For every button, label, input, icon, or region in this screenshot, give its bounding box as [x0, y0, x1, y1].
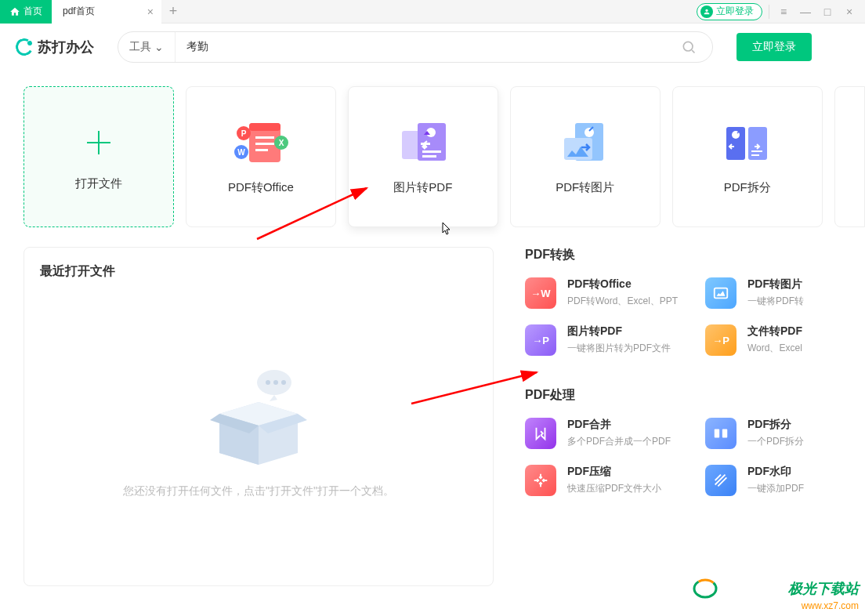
- item-title: PDF转图片: [747, 277, 804, 292]
- maximize-icon[interactable]: □: [820, 4, 835, 20]
- search-button[interactable]: [665, 31, 712, 63]
- svg-line-35: [718, 477, 726, 486]
- cursor-pointer-icon: [439, 222, 453, 239]
- card-label: PDF拆分: [724, 180, 771, 195]
- merge-icon: [525, 418, 556, 449]
- close-window-icon[interactable]: ×: [841, 4, 857, 20]
- pdf-split-card[interactable]: PDF拆分: [672, 86, 823, 227]
- svg-point-29: [273, 380, 278, 385]
- svg-text:W: W: [237, 148, 245, 157]
- search-icon: [681, 39, 697, 55]
- item-desc: 一键添加PDF: [747, 482, 804, 495]
- svg-rect-6: [255, 149, 268, 151]
- close-icon[interactable]: ×: [147, 5, 154, 18]
- item-desc: Word、Excel: [747, 342, 802, 355]
- item-title: PDF拆分: [747, 418, 804, 432]
- recent-files-panel: 最近打开文件 您还没有打开任何文件，点击"打开文件"打开一个文档。: [24, 247, 494, 586]
- svg-point-30: [281, 380, 286, 385]
- svg-rect-18: [422, 155, 436, 158]
- pdf-img-icon: [558, 119, 613, 166]
- login-button[interactable]: 立即登录: [737, 33, 812, 61]
- svg-line-1: [692, 50, 694, 53]
- section-process-title: PDF处理: [525, 387, 865, 404]
- svg-rect-3: [249, 123, 280, 131]
- item-title: PDF水印: [747, 465, 804, 479]
- home-tab-label: 首页: [24, 5, 42, 18]
- watermark-url: www.xz7.com: [691, 600, 859, 611]
- minimize-icon[interactable]: —: [798, 4, 813, 20]
- svg-text:X: X: [279, 139, 284, 147]
- watermark-name: 极光下载站: [788, 581, 859, 596]
- empty-box-icon: [196, 359, 321, 469]
- img-pdf-icon: [396, 119, 451, 166]
- card-label: 打开文件: [75, 176, 122, 191]
- card-label: 图片转PDF: [393, 180, 452, 195]
- item-pdf-watermark[interactable]: PDF水印一键添加PDF: [705, 465, 854, 496]
- compress-icon: [525, 465, 556, 496]
- item-desc: 快速压缩PDF文件大小: [567, 482, 661, 495]
- card-label: PDF转图片: [556, 180, 614, 195]
- item-pdf-split[interactable]: PDF拆分一个PDF拆分: [705, 418, 854, 449]
- item-title: PDF压缩: [567, 465, 661, 479]
- next-card-partial[interactable]: [834, 86, 865, 227]
- svg-rect-5: [255, 143, 274, 145]
- app-logo: 苏打办公: [16, 38, 94, 56]
- item-file-to-pdf[interactable]: →P 文件转PDFWord、Excel: [705, 324, 854, 356]
- login-pill[interactable]: 立即登录: [697, 3, 762, 20]
- item-title: PDF转Office: [567, 277, 678, 292]
- login-pill-label: 立即登录: [716, 5, 754, 18]
- item-pdf-to-image[interactable]: PDF转图片一键将PDF转: [705, 277, 854, 309]
- pdf-office-icon: P W X: [233, 119, 288, 166]
- add-tab-button[interactable]: +: [161, 0, 185, 24]
- annotation-arrow-2: [407, 337, 548, 408]
- svg-line-37: [257, 188, 367, 239]
- word-icon: →W: [525, 277, 556, 309]
- search-input[interactable]: [176, 41, 665, 53]
- item-desc: PDF转Word、Excel、PPT: [567, 295, 678, 308]
- pdf-to-image-card[interactable]: PDF转图片: [510, 86, 661, 227]
- home-icon: [9, 6, 20, 17]
- home-tab[interactable]: 首页: [0, 0, 52, 24]
- empty-text: 您还没有打开任何文件，点击"打开文件"打开一个文档。: [123, 484, 394, 498]
- item-title: PDF合并: [567, 418, 671, 432]
- open-file-card[interactable]: 打开文件: [24, 86, 174, 227]
- item-pdf-to-office[interactable]: →W PDF转OfficePDF转Word、Excel、PPT: [525, 277, 674, 309]
- item-pdf-merge[interactable]: PDF合并多个PDF合并成一个PDF: [525, 418, 674, 449]
- plus-icon: [79, 123, 118, 162]
- section-convert-title: PDF转换: [525, 247, 865, 263]
- svg-point-0: [683, 42, 693, 51]
- svg-rect-26: [751, 154, 759, 156]
- logo-icon: [14, 37, 35, 58]
- svg-text:P: P: [241, 129, 247, 138]
- recent-title: 最近打开文件: [40, 263, 477, 280]
- tool-selector[interactable]: 工具 ⌄: [118, 32, 176, 62]
- item-desc: 多个PDF合并成一个PDF: [567, 435, 671, 448]
- svg-line-38: [411, 372, 537, 404]
- watermark-icon: [705, 465, 737, 496]
- tab-pdf-home[interactable]: pdf首页 ×: [52, 0, 161, 24]
- svg-point-28: [266, 380, 270, 385]
- svg-rect-17: [422, 150, 441, 153]
- svg-rect-32: [715, 429, 719, 438]
- item-title: 图片转PDF: [567, 324, 671, 339]
- svg-rect-31: [715, 288, 728, 299]
- annotation-arrow-1: [253, 180, 378, 243]
- svg-rect-33: [722, 429, 727, 438]
- menu-icon[interactable]: ≡: [776, 4, 791, 20]
- watermark: 极光下载站 www.xz7.com: [691, 577, 859, 611]
- tool-label: 工具: [129, 40, 151, 54]
- divider: [769, 5, 769, 19]
- item-pdf-compress[interactable]: PDF压缩快速压缩PDF文件大小: [525, 465, 674, 496]
- pdf-file-icon: →P: [705, 324, 737, 356]
- svg-rect-4: [255, 136, 274, 139]
- logo-text: 苏打办公: [38, 38, 94, 56]
- user-icon: [700, 5, 713, 18]
- item-desc: 一键将图片转为PDF文件: [567, 342, 671, 355]
- tab-label: pdf首页: [63, 5, 95, 18]
- search-box: 工具 ⌄: [118, 31, 713, 63]
- split-icon: [705, 418, 737, 449]
- svg-rect-25: [751, 150, 762, 152]
- svg-point-20: [585, 128, 594, 137]
- item-title: 文件转PDF: [747, 324, 802, 339]
- image-icon: [705, 277, 737, 309]
